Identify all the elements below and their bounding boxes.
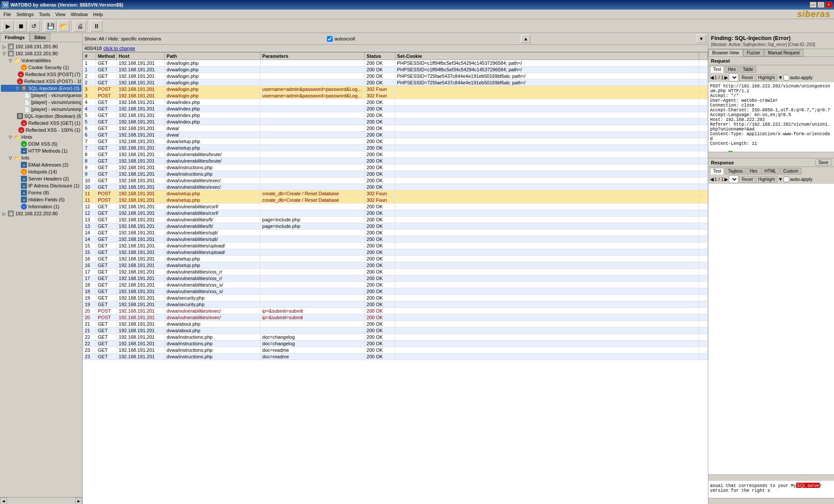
table-row[interactable]: 23GET192.168.191.201dvwa/instructions.ph… — [83, 354, 708, 360]
table-row[interactable]: 3POST192.168.191.201dvwa/login.phpuserna… — [83, 86, 708, 93]
table-row[interactable]: 20POST192.168.191.201dvwa/vulnerabilitie… — [83, 314, 708, 321]
autoscroll-checkbox[interactable] — [327, 36, 333, 42]
auto-apply-checkbox[interactable] — [784, 75, 789, 80]
tree-item-sqli-p2[interactable]: 📄 [player] - vicnum/unionguessnum.php — [1, 99, 81, 106]
tree-item-sqli-p3[interactable]: 📄 [player] - vicnum/unionjotto.php — [1, 106, 81, 113]
scroll-right-button[interactable]: ▶ — [75, 497, 82, 504]
table-row[interactable]: 18GET192.168.191.201dvwa/vulnerabilities… — [83, 282, 708, 288]
tree-item-http-methods[interactable]: ● HTTP Methods (1) — [1, 147, 81, 154]
specific-extensions-link[interactable]: specific extensions — [121, 36, 161, 41]
tree-item-information[interactable]: i Information (1) — [1, 203, 81, 210]
tree-item-forms[interactable]: ● Forms (8) — [1, 189, 81, 196]
tree-item-sqli-err[interactable]: ▽ 🗄 SQL-Injection (Error) (3) — [1, 85, 81, 92]
table-row[interactable]: 6GET192.168.191.201dvwa/200 OK — [83, 125, 708, 132]
highlight-select[interactable] — [729, 73, 738, 81]
table-row[interactable]: 8GET192.168.191.201dvwa/vulnerabilities/… — [83, 158, 708, 164]
table-row[interactable]: 12GET192.168.191.201dvwa/vulnerabilities… — [83, 210, 708, 217]
table-row[interactable]: 8GET192.168.191.201dvwa/vulnerabilities/… — [83, 151, 708, 158]
table-row[interactable]: 18GET192.168.191.201dvwa/vulnerabilities… — [83, 288, 708, 295]
table-row[interactable]: 7GET192.168.191.201dvwa/setup.php200 OK — [83, 138, 708, 145]
table-row[interactable]: 11POST192.168.191.201dvwa/setup.phpcreat… — [83, 197, 708, 204]
tree-item-dom-xss[interactable]: ● DOM XSS (5) — [1, 140, 81, 147]
reset-button[interactable]: Reset — [739, 74, 755, 81]
menu-file[interactable]: File — [1, 11, 14, 18]
save-button[interactable]: 💾 — [44, 20, 57, 32]
table-row[interactable]: 10GET192.168.191.201dvwa/vulnerabilities… — [83, 177, 708, 184]
tree-item-rxss-get[interactable]: ● Reflected XSS [GET] (1) — [1, 120, 81, 127]
table-row[interactable]: 6GET192.168.191.201dvwa/200 OK — [83, 132, 708, 138]
request-tab-table[interactable]: Table — [740, 66, 756, 73]
response-tab-custom[interactable]: Custom — [780, 168, 801, 174]
table-row[interactable]: 10GET192.168.191.201dvwa/vulnerabilities… — [83, 184, 708, 190]
table-row[interactable]: 16GET192.168.191.201dvwa/setup.php200 OK — [83, 256, 708, 262]
table-row[interactable]: 3POST192.168.191.201dvwa/login.phpuserna… — [83, 93, 708, 99]
table-row[interactable]: 15GET192.168.191.201dvwa/vulnerabilities… — [83, 243, 708, 249]
minimize-button[interactable]: — — [810, 2, 817, 8]
table-row[interactable]: 22GET192.168.191.201dvwa/instructions.ph… — [83, 340, 708, 347]
response-bottom-scrollbar[interactable] — [708, 498, 834, 504]
response-highlight-select[interactable] — [729, 175, 738, 183]
table-row[interactable]: 15GET192.168.191.201dvwa/vulnerabilities… — [83, 249, 708, 256]
tree-item-sqli-bool[interactable]: 🗄 SQL-Injection (Boolean) (6) — [1, 113, 81, 120]
tree-item-hidden-fields[interactable]: ● Hidden Fields (5) — [1, 196, 81, 203]
table-row[interactable]: 19GET192.168.191.201dvwa/security.php200… — [83, 301, 708, 308]
maximize-button[interactable]: □ — [817, 2, 824, 8]
tree-item-ip3[interactable]: ▷ 🖥 192.168.222.202:80 — [1, 210, 81, 217]
table-row[interactable]: 11POST192.168.191.201dvwa/setup.phpcreat… — [83, 190, 708, 197]
table-row[interactable]: 13GET192.168.191.201dvwa/vulnerabilities… — [83, 223, 708, 230]
print-button[interactable]: 🖨 — [74, 20, 86, 32]
menu-settings[interactable]: Settings — [14, 11, 37, 18]
table-row[interactable]: 14GET192.168.191.201dvwa/vulnerabilities… — [83, 236, 708, 243]
tree-item-cookie[interactable]: ● Cookie Security (1) — [1, 64, 81, 71]
open-button[interactable]: 📂 — [57, 20, 70, 32]
tab-sites[interactable]: Sites — [30, 33, 50, 42]
table-row[interactable]: 5GET192.168.191.201dvwa/index.php200 OK — [83, 112, 708, 119]
scroll-down-button[interactable]: ▼ — [697, 34, 706, 43]
response-tab-text[interactable]: Text — [710, 168, 724, 174]
table-row[interactable]: 9GET192.168.191.201dvwa/instructions.php… — [83, 164, 708, 171]
table-row[interactable]: 14GET192.168.191.201dvwa/vulnerabilities… — [83, 230, 708, 236]
table-row[interactable]: 21GET192.168.191.201dvwa/about.php200 OK — [83, 321, 708, 327]
tree-item-email[interactable]: ● EMail Adresses (2) — [1, 161, 81, 168]
close-button[interactable]: ✕ — [825, 2, 832, 8]
menu-window[interactable]: Window — [68, 11, 90, 18]
table-row[interactable]: 9GET192.168.191.201dvwa/instructions.php… — [83, 171, 708, 177]
tree-item-hints[interactable]: ▽ 📂 Hints — [1, 134, 81, 140]
tree-item-sqli-p1[interactable]: 📄 [player] - vicnum/guessnum5.php — [1, 92, 81, 99]
tab-browser-view[interactable]: Browser-View — [708, 49, 743, 57]
table-row[interactable]: 5GET192.168.191.201dvwa/index.php200 OK — [83, 119, 708, 125]
tree-item-info[interactable]: ▽ 📂 Info — [1, 154, 81, 161]
menu-tools[interactable]: Tools — [36, 11, 53, 18]
tree-item-ip1[interactable]: ▷ 🖥 192.168.191.201:80 — [1, 43, 81, 50]
response-tab-tagless[interactable]: Tagless — [725, 168, 746, 174]
table-row[interactable]: 2GET192.168.191.201dvwa/login.php200 OKP… — [83, 73, 708, 80]
table-row[interactable]: 12GET192.168.191.201dvwa/vulnerabilities… — [83, 204, 708, 210]
menu-help[interactable]: Help — [90, 11, 106, 18]
table-row[interactable]: 21GET192.168.191.201dvwa/about.php200 OK — [83, 327, 708, 334]
table-row[interactable]: 2GET192.168.191.201dvwa/login.php200 OKP… — [83, 80, 708, 86]
table-row[interactable]: 4GET192.168.191.201dvwa/index.php200 OK — [83, 99, 708, 106]
table-row[interactable]: 17GET192.168.191.201dvwa/vulnerabilities… — [83, 269, 708, 275]
play-button[interactable]: ▶ — [2, 20, 14, 32]
pause-button[interactable]: ⏸ — [90, 20, 103, 32]
table-row[interactable]: 22GET192.168.191.201dvwa/instructions.ph… — [83, 334, 708, 340]
tree-item-rxss-post100[interactable]: ● Reflected XSS (POST) - 100% (7) — [1, 78, 81, 85]
scroll-left-button[interactable]: ◀ — [0, 497, 7, 504]
response-reset-button[interactable]: Reset — [739, 176, 755, 183]
tree-item-hotspots[interactable]: ● Hotspots (14) — [1, 168, 81, 175]
table-row[interactable]: 16GET192.168.191.201dvwa/setup.php200 OK — [83, 262, 708, 269]
request-scrollbar[interactable] — [708, 152, 834, 158]
scroll-up-button[interactable]: ▲ — [521, 34, 530, 43]
menu-view[interactable]: View — [53, 11, 68, 18]
tree-item-rxss-post7[interactable]: ● Reflected XSS [POST] (7) — [1, 71, 81, 78]
response-scrollbar[interactable] — [708, 474, 834, 481]
response-auto-apply-checkbox[interactable] — [784, 177, 789, 182]
refresh-button[interactable]: ↺ — [28, 20, 40, 32]
table-row[interactable]: 4GET192.168.191.201dvwa/index.php200 OK — [83, 106, 708, 112]
table-row[interactable]: 13GET192.168.191.201dvwa/vulnerabilities… — [83, 217, 708, 223]
save-response-button[interactable]: Save — [815, 159, 831, 166]
tab-findings[interactable]: Findings — [0, 33, 30, 42]
response-tab-hex[interactable]: Hex — [747, 168, 761, 174]
tree-item-server-headers[interactable]: ● Server Headers (2) — [1, 175, 81, 182]
tab-fuzzer[interactable]: Fuzzer — [743, 49, 764, 57]
